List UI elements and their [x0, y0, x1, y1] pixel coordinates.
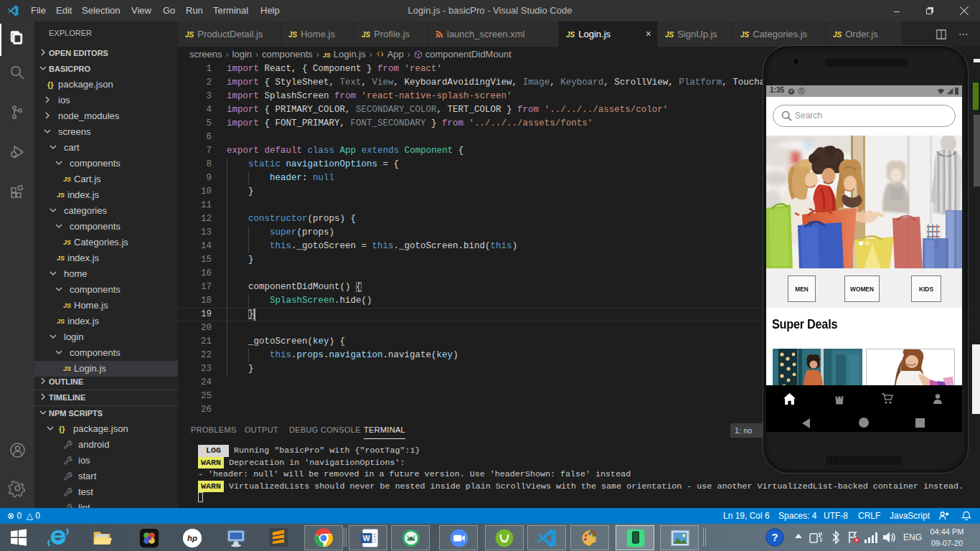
svg-text:W: W — [363, 534, 370, 542]
svg-text:hp: hp — [187, 534, 197, 542]
svg-text:?: ? — [771, 532, 778, 543]
